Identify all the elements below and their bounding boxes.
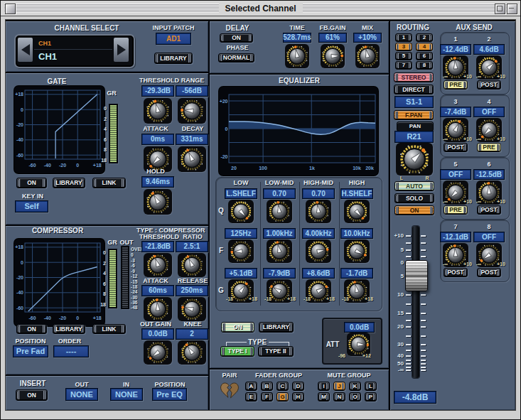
routing-button-1[interactable]: 1	[395, 33, 412, 42]
mute-group-button-M[interactable]: M	[318, 392, 330, 402]
routing-button-6[interactable]: 6	[416, 52, 433, 60]
aux-value-4[interactable]: OFF	[473, 107, 505, 117]
gate-knob-1[interactable]	[178, 98, 206, 124]
comp-knob-2[interactable]	[144, 297, 172, 321]
comp-knob-value-3[interactable]: 250ms	[176, 285, 208, 296]
window-titlebar[interactable]: Selected Channel	[1, 1, 520, 16]
mute-group-button-L[interactable]: L	[365, 382, 377, 391]
eq-q-value-2[interactable]: 0.70	[302, 188, 335, 199]
comp-knob-value-1[interactable]: 2.5:1	[176, 241, 208, 252]
insert-in-value[interactable]: NONE	[110, 388, 143, 401]
delay-knob-value-0[interactable]: 528.7ms	[283, 33, 311, 43]
aux-mode-3[interactable]: POST	[444, 143, 468, 152]
eq-f-knob-2[interactable]	[306, 239, 331, 263]
eq-on-button[interactable]: ON	[221, 322, 254, 333]
comp-order-value[interactable]: ----	[53, 345, 89, 357]
aux-mode-6[interactable]: POST	[477, 205, 501, 215]
pan-knob[interactable]	[396, 143, 433, 176]
fader-group-button-G[interactable]: G	[276, 392, 289, 402]
insert-out-value[interactable]: NONE	[65, 388, 98, 401]
aux-value-8[interactable]: OFF	[473, 232, 505, 242]
gate-knob-value-2[interactable]: 0ms	[141, 134, 174, 145]
pair-heart-icon[interactable]	[219, 381, 240, 401]
gate-knob-0[interactable]	[144, 98, 172, 124]
gate-knob-value-0[interactable]: -29.3dB	[141, 85, 174, 97]
eq-q-knob-3[interactable]	[344, 200, 370, 223]
pan-value[interactable]: R21	[394, 131, 434, 143]
eq-q-knob-2[interactable]	[306, 200, 331, 223]
comp-knob-3[interactable]	[178, 297, 206, 321]
gate-key-in-value[interactable]: Self	[15, 200, 48, 212]
delay-phase-button[interactable]: NORMAL	[218, 53, 254, 63]
routing-button-4[interactable]: 4	[416, 43, 433, 51]
mute-group-button-K[interactable]: K	[349, 382, 361, 391]
routing-button-8[interactable]: 8	[416, 61, 433, 70]
eq-f-knob-3[interactable]	[344, 239, 370, 263]
routing-button-3[interactable]: 3	[395, 43, 412, 51]
insert-on-button[interactable]: ON	[16, 389, 48, 401]
mute-group-button-P[interactable]: P	[365, 392, 377, 402]
gate-link-button[interactable]: LINK	[92, 178, 126, 188]
aux-value-7[interactable]: -12.1dB	[440, 232, 471, 242]
gate-library-button[interactable]: LIBRARY	[53, 178, 85, 188]
eq-g-value-1[interactable]: -7.9dB	[263, 268, 296, 279]
aux-mode-5[interactable]: PRE	[444, 205, 468, 215]
comp-knob-4[interactable]	[144, 340, 172, 365]
eq-att-value[interactable]: 0.0dB	[344, 322, 375, 333]
comp-knob-1[interactable]	[178, 253, 206, 277]
channel-library-button[interactable]: LIBRARY	[154, 53, 193, 64]
gate-knob-value-3[interactable]: 331ms	[176, 134, 208, 145]
fader-group-button-E[interactable]: E	[245, 392, 257, 402]
routing-on-button[interactable]: ON	[394, 205, 434, 215]
fader-value[interactable]: -4.8dB	[394, 391, 436, 404]
eq-q-knob-1[interactable]	[267, 200, 292, 223]
aux-value-3[interactable]: -7.4dB	[440, 107, 471, 117]
eq-f-knob-1[interactable]	[267, 239, 292, 263]
gate-knob-3[interactable]	[178, 146, 206, 172]
delay-knob-1[interactable]	[321, 44, 345, 68]
aux-mode-2[interactable]: POST	[477, 80, 501, 90]
routing-button-2[interactable]: 2	[416, 33, 433, 42]
delay-knob-2[interactable]	[355, 44, 380, 68]
delay-knob-0[interactable]	[285, 44, 309, 68]
fader-track[interactable]	[412, 226, 419, 378]
aux-value-6[interactable]: -12.5dB	[473, 169, 505, 180]
eq-f-value-2[interactable]: 4.00kHz	[302, 228, 335, 239]
fader-cap[interactable]	[405, 260, 428, 291]
aux-value-1[interactable]: -12.4dB	[440, 44, 471, 55]
eq-q-value-0[interactable]: L.SHELF	[225, 188, 257, 199]
fader-group-button-D[interactable]: D	[292, 382, 304, 391]
aux-mode-1[interactable]: PRE	[444, 80, 468, 90]
routing-solo-button[interactable]: SOLO	[394, 193, 434, 203]
fader-group-button-B[interactable]: B	[261, 382, 273, 391]
input-patch-value[interactable]: AD1	[156, 33, 191, 45]
eq-g-value-2[interactable]: +8.6dB	[302, 268, 335, 279]
close-box[interactable]	[5, 4, 16, 14]
mute-group-button-J[interactable]: J	[333, 382, 345, 391]
routing-direct-out[interactable]: S1-1	[394, 96, 434, 108]
comp-knob-5[interactable]	[178, 340, 206, 365]
zoom-box[interactable]	[495, 4, 505, 14]
aux-mode-4[interactable]: PRE	[477, 143, 501, 152]
insert-position-value[interactable]: Pre EQ	[152, 388, 187, 401]
comp-knob-value-4[interactable]: 0.0dB	[141, 328, 174, 340]
routing-button-7[interactable]: 7	[395, 61, 412, 70]
comp-knob-0[interactable]	[144, 253, 172, 277]
delay-knob-value-2[interactable]: +10%	[353, 33, 382, 43]
mute-group-button-I[interactable]: I	[318, 382, 330, 391]
aux-value-2[interactable]: 4.6dB	[473, 44, 505, 55]
comp-position-value[interactable]: Pre Fad	[13, 345, 48, 357]
eq-f-value-3[interactable]: 10.0kHz	[340, 228, 373, 239]
eq-q-knob-0[interactable]	[228, 200, 254, 223]
eq-library-button[interactable]: LIBRARY	[259, 322, 294, 333]
comp-knob-value-5[interactable]: 2	[176, 328, 208, 340]
eq-type1-button[interactable]: TYPE I	[220, 346, 254, 357]
aux-mode-7[interactable]: POST	[444, 268, 468, 277]
comp-knob-value-2[interactable]: 60ms	[141, 285, 174, 296]
routing-auto-button[interactable]: AUTO	[394, 181, 434, 191]
fader-group-button-H[interactable]: H	[292, 392, 304, 402]
routing-direct-button[interactable]: DIRECT	[394, 85, 434, 95]
delay-knob-value-1[interactable]: 61%	[318, 33, 347, 43]
eq-f-value-1[interactable]: 1.00kHz	[263, 228, 296, 239]
mute-group-button-N[interactable]: N	[333, 392, 345, 402]
